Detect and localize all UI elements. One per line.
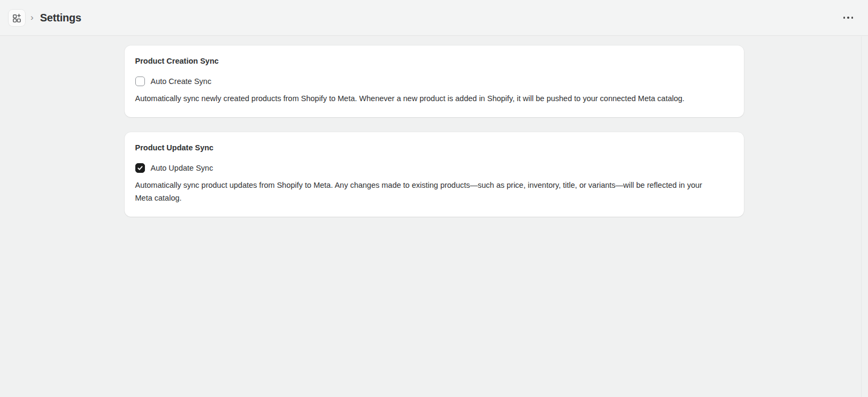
product-update-sync-card: Product Update Sync Auto Update Sync Aut…	[125, 132, 744, 217]
ellipsis-icon	[843, 17, 846, 19]
more-actions-button[interactable]	[840, 10, 856, 26]
product-creation-sync-card: Product Creation Sync Auto Create Sync A…	[125, 45, 744, 117]
auto-update-sync-checkbox[interactable]	[135, 163, 145, 173]
card-description: Automatically sync product updates from …	[135, 179, 718, 205]
content-column: Product Creation Sync Auto Create Sync A…	[125, 45, 744, 217]
apps-icon	[12, 13, 22, 23]
checkbox-label: Auto Update Sync	[151, 164, 213, 172]
top-bar: › Settings	[0, 0, 868, 36]
settings-page: Product Creation Sync Auto Create Sync A…	[0, 36, 868, 217]
breadcrumb: › Settings	[9, 10, 81, 26]
card-title: Product Update Sync	[135, 143, 733, 152]
auto-update-sync-checkbox-row[interactable]: Auto Update Sync	[135, 163, 213, 173]
auto-create-sync-checkbox-row[interactable]: Auto Create Sync	[135, 77, 212, 86]
card-title: Product Creation Sync	[135, 57, 733, 65]
page-title: Settings	[40, 12, 81, 24]
app-icon-button[interactable]	[9, 10, 25, 26]
checkbox-label: Auto Create Sync	[151, 77, 212, 86]
chevron-right-icon: ›	[30, 13, 34, 23]
scrollbar-gutter-divider	[861, 36, 862, 397]
card-description: Automatically sync newly created product…	[135, 92, 718, 105]
checkmark-icon	[137, 165, 143, 171]
ellipsis-icon	[847, 17, 849, 19]
auto-create-sync-checkbox[interactable]	[135, 77, 145, 86]
ellipsis-icon	[851, 17, 854, 19]
